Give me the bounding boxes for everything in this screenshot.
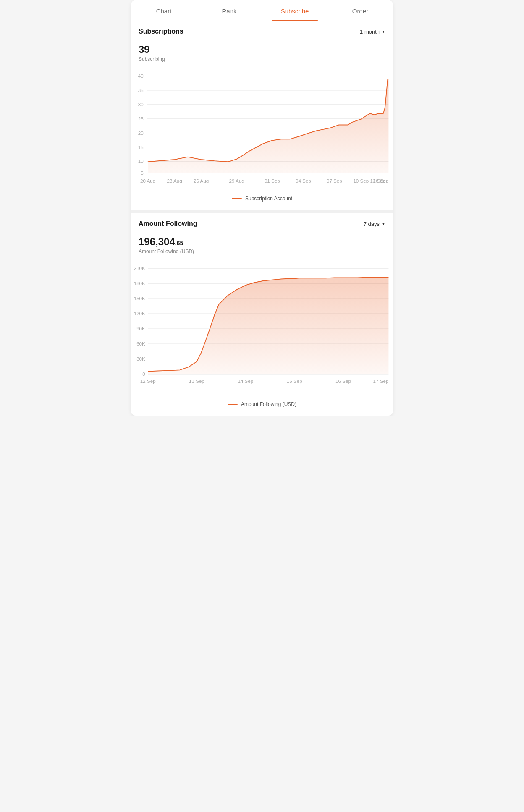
svg-text:14 Sep: 14 Sep — [238, 378, 253, 384]
section-divider — [131, 210, 393, 213]
subscriptions-filter[interactable]: 1 month ▼ — [360, 29, 385, 35]
svg-text:30: 30 — [138, 102, 144, 107]
svg-text:40: 40 — [138, 73, 144, 79]
svg-text:23 Aug: 23 Aug — [167, 178, 182, 183]
svg-text:5: 5 — [141, 170, 143, 175]
chevron-down-icon-2: ▼ — [381, 222, 385, 226]
svg-text:20: 20 — [138, 130, 144, 136]
svg-text:15: 15 — [138, 144, 144, 150]
subscriptions-count: 39 — [139, 44, 385, 55]
svg-text:10: 10 — [138, 158, 144, 164]
svg-text:25: 25 — [138, 116, 144, 121]
svg-text:12 Sep: 12 Sep — [140, 378, 156, 384]
legend-line-icon — [232, 198, 242, 199]
amount-following-count: 196,304.65 — [139, 236, 385, 248]
tab-chart[interactable]: Chart — [131, 0, 196, 21]
svg-text:17 Sep: 17 Sep — [373, 378, 389, 384]
subscriptions-header: Subscriptions 1 month ▼ — [131, 21, 393, 40]
svg-text:10 Sep: 10 Sep — [353, 178, 369, 183]
svg-text:01 Sep: 01 Sep — [265, 178, 280, 183]
app-container: Chart Rank Subscribe Order Subscriptions… — [131, 0, 393, 416]
svg-text:180K: 180K — [134, 280, 145, 286]
subscriptions-title: Subscriptions — [139, 28, 183, 35]
chevron-down-icon: ▼ — [381, 29, 385, 34]
amount-following-chart: 210K 180K 150K 120K 90K 60K 30K 0 — [131, 256, 393, 397]
svg-text:13 Sep: 13 Sep — [189, 378, 204, 384]
subscriptions-section: Subscriptions 1 month ▼ 39 Subscribing 4… — [131, 21, 393, 210]
amount-following-legend: Amount Following (USD) — [131, 397, 393, 412]
amount-following-header: Amount Following 7 days ▼ — [131, 213, 393, 233]
tab-bar: Chart Rank Subscribe Order — [131, 0, 393, 21]
svg-text:16 Sep: 16 Sep — [335, 378, 351, 384]
svg-text:0: 0 — [142, 371, 145, 377]
svg-text:90K: 90K — [136, 326, 145, 331]
svg-text:150K: 150K — [134, 296, 145, 301]
subscriptions-chart: 40 35 30 25 20 15 10 5 — [131, 64, 393, 191]
amount-following-filter[interactable]: 7 days ▼ — [364, 221, 385, 227]
svg-text:35: 35 — [138, 87, 144, 93]
tab-rank[interactable]: Rank — [196, 0, 262, 21]
subscriptions-legend: Subscription Account — [131, 191, 393, 207]
svg-text:07 Sep: 07 Sep — [327, 178, 342, 183]
svg-text:60K: 60K — [136, 341, 145, 346]
subscriptions-stat: 39 Subscribing — [131, 40, 393, 64]
svg-text:26 Aug: 26 Aug — [194, 178, 209, 183]
tab-subscribe[interactable]: Subscribe — [262, 0, 328, 21]
svg-text:04 Sep: 04 Sep — [296, 178, 311, 183]
svg-text:16 Sep: 16 Sep — [373, 178, 389, 183]
amount-following-section: Amount Following 7 days ▼ 196,304.65 Amo… — [131, 213, 393, 416]
svg-text:29 Aug: 29 Aug — [229, 178, 244, 183]
amount-following-title: Amount Following — [139, 220, 197, 228]
svg-text:30K: 30K — [136, 356, 145, 361]
subscriptions-sublabel: Subscribing — [139, 56, 385, 62]
amount-following-sublabel: Amount Following (USD) — [139, 249, 385, 254]
legend-line-icon-2 — [228, 404, 238, 405]
svg-text:15 Sep: 15 Sep — [287, 378, 302, 384]
tab-order[interactable]: Order — [328, 0, 393, 21]
amount-following-legend-label: Amount Following (USD) — [241, 401, 296, 407]
amount-following-stat: 196,304.65 Amount Following (USD) — [131, 233, 393, 256]
svg-text:120K: 120K — [134, 311, 145, 316]
svg-text:20 Aug: 20 Aug — [140, 178, 155, 183]
svg-text:210K: 210K — [134, 266, 145, 271]
subscriptions-legend-label: Subscription Account — [245, 196, 292, 202]
